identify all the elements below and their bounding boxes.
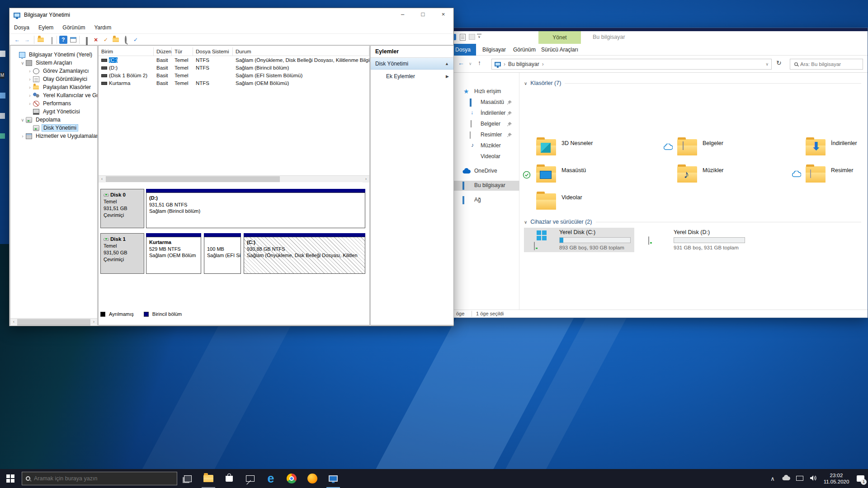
partition-recovery[interactable]: Kurtarma 529 MB NTFS Sağlam (OEM Bölüm: [146, 233, 201, 274]
start-button[interactable]: [0, 469, 21, 488]
minimize-button[interactable]: –: [392, 8, 413, 22]
tray-onedrive-icon[interactable]: [779, 475, 793, 482]
taskbar-mail[interactable]: [240, 469, 260, 488]
tray-chevron-icon[interactable]: ∧: [766, 475, 779, 482]
volume-row-efi[interactable]: (Disk 1 Bölüm 2) Basit Temel Sağlam (EFI…: [99, 72, 369, 80]
nav-videos[interactable]: Videolar: [448, 152, 519, 162]
nav-network[interactable]: Ağ: [448, 195, 519, 205]
maximize-button[interactable]: □: [413, 8, 433, 22]
menu-dosya[interactable]: Dosya: [9, 23, 34, 33]
menu-eylem[interactable]: Eylem: [34, 23, 58, 33]
explorer-titlebar[interactable]: ∨ Yönet Bu bilgisayar: [448, 31, 868, 44]
taskbar-firefox[interactable]: [302, 469, 323, 488]
nav-desktop[interactable]: Masaüstü: [448, 98, 519, 108]
partition-c[interactable]: (C:) 930,88 GB NTFS Sağlam (Önyükleme, D…: [244, 233, 365, 274]
delete-icon[interactable]: ×: [92, 36, 100, 44]
folder-tile-documents[interactable]: Belgeler: [664, 136, 799, 160]
tray-clock[interactable]: 23:02 11.05.2020: [820, 472, 853, 485]
tree-system-tools[interactable]: ∨ Sistem Araçları: [10, 59, 97, 67]
volume-row-c[interactable]: (C:) Basit Temel NTFS Sağlam (Önyükleme,…: [99, 56, 369, 64]
folder-tile-videos[interactable]: Videolar: [523, 190, 658, 214]
forward-icon[interactable]: →: [23, 36, 31, 44]
tree-horizontal-scrollbar[interactable]: ‹ ›: [10, 318, 97, 325]
breadcrumb-chevron-icon[interactable]: ›: [542, 61, 544, 67]
tree-root[interactable]: Bilgisayar Yönetimi (Yerel): [10, 51, 97, 59]
taskbar-computer-management[interactable]: [323, 469, 344, 488]
nav-pictures[interactable]: Resimler: [448, 130, 519, 140]
show-action-pane-icon[interactable]: [69, 36, 77, 44]
actions-group-disk-management[interactable]: Disk Yönetimi ▲: [371, 58, 453, 70]
folder-tile-pictures[interactable]: Resimler: [792, 163, 868, 187]
checklist-icon[interactable]: ✓: [132, 36, 140, 44]
menu-yardim[interactable]: Yardım: [90, 23, 116, 33]
list-horizontal-scrollbar[interactable]: ‹ ›: [99, 175, 369, 182]
cm-titlebar[interactable]: Bilgisayar Yönetimi: [9, 8, 453, 22]
taskbar-edge[interactable]: e: [260, 469, 281, 488]
history-chevron-icon[interactable]: ∨: [469, 61, 472, 66]
customize-qat-chevron-icon[interactable]: ∨: [477, 34, 481, 39]
folder-tile-desktop[interactable]: Masaüstü: [523, 163, 658, 187]
breadcrumb[interactable]: Bu bilgisayar: [508, 61, 539, 67]
volume-row-d[interactable]: (D:) Basit Temel NTFS Sağlam (Birincil b…: [99, 64, 369, 72]
new-folder-qat-icon[interactable]: [469, 34, 475, 40]
open-folder-icon[interactable]: [112, 36, 120, 44]
tree-task-scheduler[interactable]: › Görev Zamanlayıcı: [10, 67, 97, 75]
nav-quick-access[interactable]: ★ Hızlı erişim: [448, 87, 519, 97]
collapse-chevron-icon[interactable]: ∨: [524, 81, 527, 86]
desktop-icon-fragment[interactable]: [0, 133, 5, 139]
scroll-left-icon[interactable]: ‹: [10, 319, 17, 325]
search-doc-icon[interactable]: [122, 36, 130, 44]
taskbar-search[interactable]: [22, 472, 177, 485]
nav-music[interactable]: ♪ Müzikler: [448, 141, 519, 151]
desktop-icon-fragment[interactable]: M: [0, 72, 5, 79]
volume-row-recovery[interactable]: Kurtarma Basit Temel NTFS Sağlam (OEM Bö…: [99, 80, 369, 87]
scroll-right-icon[interactable]: ›: [90, 319, 97, 325]
tab-bilgisayar[interactable]: Bilgisayar: [480, 44, 509, 56]
help-icon[interactable]: ?: [59, 36, 67, 44]
taskbar-file-explorer[interactable]: [198, 469, 219, 488]
tree-performance[interactable]: › Performans: [10, 99, 97, 108]
disk0-label[interactable]: Disk 0 Temel 931,51 GB Çevrimiçi: [100, 189, 144, 228]
scroll-right-icon[interactable]: ›: [363, 176, 369, 183]
nav-onedrive[interactable]: OneDrive: [448, 166, 519, 176]
export-list-icon[interactable]: [47, 36, 55, 44]
tray-volume-icon[interactable]: [807, 475, 820, 483]
partition-d[interactable]: (D:) 931,51 GB NTFS Sağlam (Birincil böl…: [146, 189, 365, 228]
nav-this-pc[interactable]: Bu bilgisayar: [448, 181, 519, 191]
up-icon[interactable]: ↑: [478, 59, 481, 66]
desktop-icon-fragment[interactable]: [0, 93, 5, 99]
back-icon[interactable]: ←: [458, 59, 464, 66]
nav-downloads[interactable]: ↓ İndirilenler: [448, 108, 519, 118]
manage-contextual-tab[interactable]: Yönet: [538, 31, 581, 44]
tree-local-users[interactable]: › Yerel Kullanıcılar ve Gru: [10, 91, 97, 99]
actions-more-actions[interactable]: Ek Eylemler ▶: [371, 71, 453, 82]
explorer-search[interactable]: [790, 59, 863, 70]
menu-gorunum[interactable]: Görünüm: [58, 23, 90, 33]
taskbar-search-input[interactable]: [34, 475, 160, 482]
properties-qat-icon[interactable]: [460, 34, 466, 41]
desktop-icon-fragment[interactable]: [0, 113, 5, 119]
tree-event-viewer[interactable]: › Olay Görüntüleyici: [10, 75, 97, 83]
tree-storage[interactable]: ∨ Depolama: [10, 116, 97, 124]
partition-efi[interactable]: 100 MB Sağlam (EFI Si:: [204, 233, 241, 274]
folder-tile-downloads[interactable]: ⬇ İndirilenler: [792, 136, 868, 160]
refresh-icon[interactable]: ↻: [776, 59, 782, 66]
disk1-label[interactable]: Disk 1 Temel 931,50 GB Çevrimiçi: [100, 233, 144, 274]
tab-gorunum[interactable]: Görünüm: [511, 44, 538, 56]
folder-tile-3d-objects[interactable]: 3D Nesneler: [523, 136, 658, 160]
tray-network-icon[interactable]: [793, 475, 807, 482]
taskbar-store[interactable]: [219, 469, 240, 488]
drive-tile-c[interactable]: Yerel Disk (C:) 893 GB boş, 930 GB topla…: [524, 228, 634, 252]
tree-disk-management[interactable]: Disk Yönetimi: [10, 124, 97, 132]
volume-table-header[interactable]: Birim Düzen Tür Dosya Sistemi Durum: [99, 47, 369, 56]
properties-check-icon[interactable]: ✓: [102, 36, 110, 44]
nav-documents[interactable]: Belgeler: [448, 119, 519, 129]
tree-shared-folders[interactable]: › Paylaşılan Klasörler: [10, 83, 97, 91]
task-view-button[interactable]: [177, 469, 198, 488]
show-console-tree-icon[interactable]: [37, 36, 45, 44]
submenu-arrow-icon[interactable]: ▶: [446, 71, 449, 82]
folder-tile-music[interactable]: ♪ Müzikler: [664, 163, 799, 187]
tree-device-manager[interactable]: Aygıt Yöneticisi: [10, 108, 97, 116]
back-icon[interactable]: ←: [13, 36, 21, 44]
rescan-disks-icon[interactable]: [82, 36, 90, 44]
